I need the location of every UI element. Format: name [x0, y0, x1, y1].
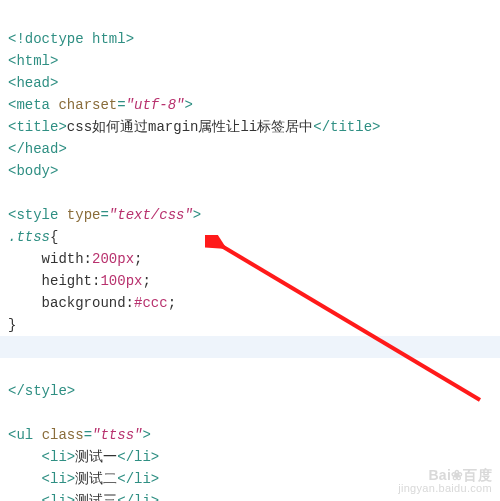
line-meta: <meta charset="utf-8"> [8, 97, 193, 113]
line-close-brace: } [8, 317, 16, 333]
watermark-sub: jingyan.baidu.com [398, 482, 492, 495]
line-width: width:200px; [8, 251, 142, 267]
line-title: <title>css如何通过margin属性让li标签居中</title> [8, 119, 380, 135]
line-li-2: <li>测试二</li> [8, 471, 159, 487]
line-head-close: </head> [8, 141, 67, 157]
line-selector: .ttss{ [8, 229, 58, 245]
line-background: background:#ccc; [8, 295, 176, 311]
watermark-brand: Bai❀百度 [398, 469, 492, 482]
code-block: <!doctype html> <html> <head> <meta char… [0, 0, 500, 501]
line-height: height:100px; [8, 273, 151, 289]
line-doctype: <!doctype html> [8, 31, 134, 47]
watermark: Bai❀百度 jingyan.baidu.com [398, 469, 492, 495]
line-style-close: </style> [8, 383, 75, 399]
line-li-1: <li>测试一</li> [8, 449, 159, 465]
line-head-open: <head> [8, 75, 58, 91]
line-ul-open: <ul class="ttss"> [8, 427, 151, 443]
line-li-3: <li>测试三</li> [8, 493, 159, 501]
line-body-open: <body> [8, 163, 58, 179]
line-style-open: <style type="text/css"> [8, 207, 201, 223]
line-html-open: <html> [8, 53, 58, 69]
highlighted-line [0, 336, 500, 358]
